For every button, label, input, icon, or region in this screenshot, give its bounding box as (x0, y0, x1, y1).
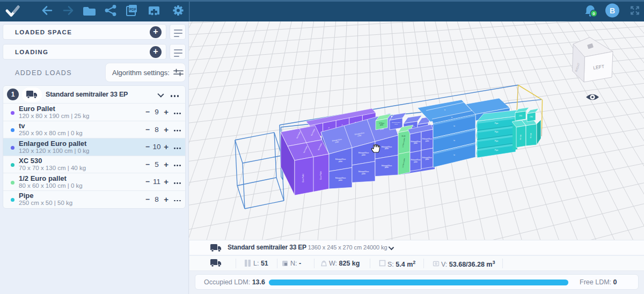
svg-text:Pipe: Pipe (495, 122, 499, 124)
svg-text:pallet: pallet (385, 148, 389, 150)
svg-text:pallet: pallet (339, 160, 342, 163)
svg-text:pallet: pallet (414, 161, 418, 163)
svg-text:tv: tv (453, 139, 455, 142)
svg-text:19.4C: 19.4C (401, 135, 405, 137)
svg-text:B: B (610, 6, 615, 15)
svg-text:Pipe: Pipe (495, 140, 499, 142)
svg-text:pallet: pallet (362, 154, 365, 156)
svg-text:tv: tv (453, 125, 455, 127)
svg-text:Euro Pallet: Euro Pallet (302, 174, 304, 182)
svg-text:pallet: pallet (385, 166, 389, 168)
svg-text:2 EU: 2 EU (519, 115, 522, 117)
svg-text:Pipe: Pipe (495, 131, 499, 133)
svg-text:0: 0 (592, 11, 595, 16)
svg-text:Euro Pallet: Euro Pallet (320, 171, 322, 180)
svg-text:pallet: pallet (380, 124, 383, 126)
svg-text:tv: tv (453, 154, 455, 156)
svg-text:pallet: pallet (339, 179, 342, 181)
svg-text:pallet: pallet (426, 140, 429, 142)
svg-text:Pipe: Pipe (495, 149, 499, 151)
svg-text:2 EU: 2 EU (530, 116, 533, 118)
svg-text:pallet: pallet (414, 142, 418, 144)
svg-text:PDF: PDF (129, 8, 136, 11)
svg-text:1/2 Euro: 1/2 Euro (379, 122, 384, 124)
svg-text:pallet: pallet (426, 158, 429, 160)
svg-text:pallet: pallet (362, 173, 365, 175)
svg-text:pallet: pallet (394, 123, 398, 125)
